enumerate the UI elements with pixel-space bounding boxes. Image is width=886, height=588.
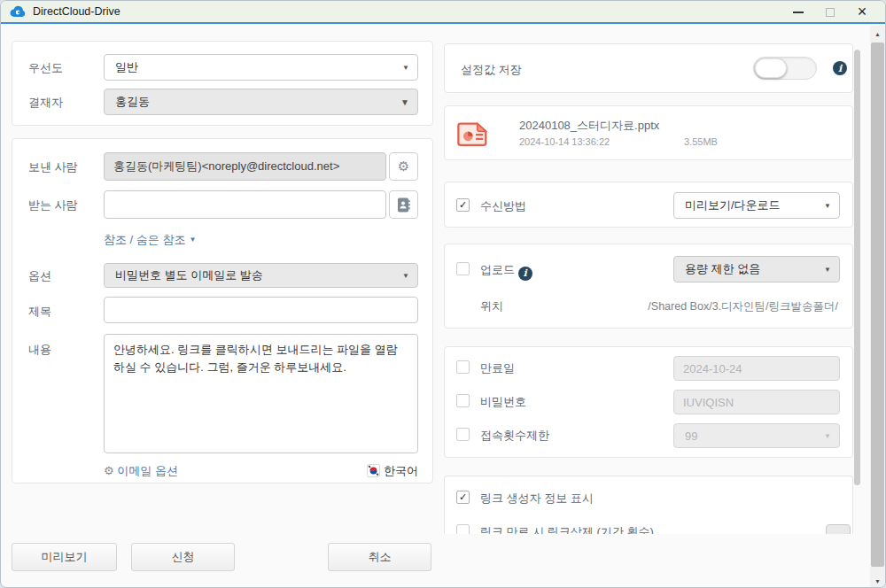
priority-label: 우선도: [28, 60, 63, 76]
approver-label: 결재자: [28, 95, 63, 111]
scroll-down-button[interactable]: ▼: [870, 573, 885, 588]
reception-select[interactable]: 미리보기/다운로드 ▼: [673, 192, 840, 219]
creator-info-checkbox[interactable]: ✓: [456, 491, 470, 504]
approval-card: 우선도 일반 ▼ 결재자 홍길동 ▼: [12, 41, 433, 126]
check-icon: ✓: [459, 200, 467, 210]
save-settings-card: 설정값 저장 i: [444, 43, 853, 93]
scrollbar-thumb[interactable]: [871, 43, 884, 567]
reception-label: 수신방법: [480, 198, 526, 214]
email-options-label: 이메일 옵션: [117, 464, 178, 477]
chevron-down-icon: ▼: [824, 202, 831, 210]
minimize-icon: [793, 12, 804, 13]
info-icon[interactable]: i: [833, 61, 847, 75]
body-label: 내용: [28, 342, 51, 358]
chevron-down-icon: ▼: [402, 64, 409, 72]
upload-limit-value: 용량 제한 없음: [685, 261, 760, 277]
upload-card: 업로드 i 용량 제한 없음 ▼ 위치 /Shared Box/3.디자인팀/링…: [444, 244, 853, 329]
priority-select[interactable]: 일반 ▼: [104, 54, 418, 81]
toggle-knob: [755, 58, 787, 78]
link-delete-checkbox[interactable]: [456, 524, 470, 534]
recipient-input[interactable]: [104, 190, 386, 219]
scroll-up-button[interactable]: ▲: [870, 26, 885, 42]
korean-flag-icon: [367, 464, 380, 477]
address-book-button[interactable]: [389, 190, 418, 219]
apply-button[interactable]: 신청: [131, 543, 235, 571]
chevron-down-icon: ▼: [189, 236, 196, 244]
close-button[interactable]: ×: [846, 2, 878, 23]
access-limit-value: 99: [685, 429, 697, 443]
check-icon: ✓: [459, 492, 467, 502]
file-name: 20240108_스터디자료.pptx: [519, 118, 659, 134]
gear-icon: ⚙: [104, 464, 114, 477]
reception-checkbox[interactable]: ✓: [456, 198, 470, 212]
subject-label: 제목: [28, 304, 51, 320]
link-options-card: ✓ 링크 생성자 정보 표시 링크 만료 시 링크삭제 (기간,횟수) ▼: [444, 476, 853, 534]
app-window: DirectCloud-Drive × 우선도 일반 ▼ 결재자 홍길동 ▼ 보…: [0, 0, 886, 588]
chevron-down-icon: ▼: [402, 272, 409, 280]
language-selector[interactable]: 한국어: [367, 463, 418, 479]
chevron-down-icon: ▼: [824, 266, 831, 274]
cc-bcc-label: 참조 / 숨은 참조: [104, 233, 185, 246]
app-logo-icon: [10, 5, 26, 18]
sender-settings-button[interactable]: ⚙: [389, 152, 418, 181]
upload-limit-select[interactable]: 용량 제한 없음 ▼: [673, 256, 840, 282]
link-delete-select[interactable]: ▼: [826, 524, 851, 534]
access-limit-select: 99 ▼: [673, 423, 840, 448]
subject-input[interactable]: [104, 297, 418, 323]
access-limit-label: 접속횟수제한: [480, 428, 549, 444]
recipient-label: 받는 사람: [28, 197, 78, 213]
restrictions-card: 만료일 비밀번호 접속횟수제한 99 ▼: [444, 346, 853, 458]
pptx-file-icon: [456, 117, 490, 151]
location-path: /Shared Box/3.디자인팀/링크발송폴더/: [648, 299, 838, 314]
language-label: 한국어: [384, 464, 418, 477]
info-icon[interactable]: i: [518, 267, 532, 281]
mail-card: 보낸 사람 ⚙ 받는 사람 참조 / 숨은 참조▼ 옵션 비밀번호 별도 이메일…: [12, 138, 433, 484]
window-title: DirectCloud-Drive: [33, 5, 120, 18]
creator-info-label: 링크 생성자 정보 표시: [480, 491, 594, 507]
reception-value: 미리보기/다운로드: [685, 197, 781, 213]
scroll-down-icon: ▼: [874, 578, 881, 584]
close-icon: ×: [858, 4, 867, 19]
expiry-checkbox[interactable]: [456, 360, 470, 374]
password-label: 비밀번호: [480, 394, 526, 410]
maximize-icon: [826, 8, 835, 17]
gear-icon: ⚙: [398, 160, 409, 174]
address-book-icon: [397, 197, 410, 213]
option-select[interactable]: 비밀번호 별도 이메일로 발송 ▼: [104, 263, 418, 288]
file-card: 20240108_스터디자료.pptx 2024-10-14 13:36:22 …: [444, 105, 853, 160]
chevron-down-icon: ▼: [400, 97, 409, 107]
access-limit-checkbox[interactable]: [456, 428, 470, 441]
password-input: [673, 390, 840, 414]
chevron-down-icon: ▼: [824, 432, 831, 440]
location-label: 위치: [480, 298, 503, 314]
chevron-down-icon: ▼: [835, 532, 842, 535]
save-settings-label: 설정값 저장: [461, 62, 522, 78]
save-settings-toggle[interactable]: [753, 57, 817, 80]
upload-label: 업로드 i: [480, 262, 532, 281]
expiry-input: [673, 356, 840, 381]
maximize-button[interactable]: [814, 2, 846, 23]
expiry-label: 만료일: [480, 360, 515, 376]
sender-input: [104, 152, 386, 181]
reception-card: ✓ 수신방법 미리보기/다운로드 ▼: [444, 182, 853, 228]
email-options-link[interactable]: ⚙ 이메일 옵션: [104, 463, 178, 479]
approver-value: 홍길동: [115, 94, 150, 110]
cc-bcc-link[interactable]: 참조 / 숨은 참조▼: [104, 232, 196, 248]
priority-value: 일반: [115, 59, 138, 75]
link-delete-label: 링크 만료 시 링크삭제 (기간,횟수): [480, 524, 654, 534]
file-modified: 2024-10-14 13:36:22: [519, 136, 610, 147]
panel-scrollbar-thumb[interactable]: [854, 50, 860, 485]
body-textarea[interactable]: [104, 334, 418, 453]
cancel-button[interactable]: 취소: [328, 543, 431, 571]
preview-button[interactable]: 미리보기: [12, 543, 117, 571]
upload-checkbox[interactable]: [456, 262, 470, 275]
file-size: 3.55MB: [684, 136, 718, 147]
approver-select[interactable]: 홍길동 ▼: [104, 89, 418, 115]
option-label: 옵션: [28, 268, 51, 284]
option-value: 비밀번호 별도 이메일로 발송: [115, 267, 263, 283]
password-checkbox[interactable]: [456, 394, 470, 407]
title-bar: DirectCloud-Drive ×: [1, 1, 885, 24]
scroll-up-icon: ▲: [874, 31, 881, 37]
window-scrollbar[interactable]: ▲ ▼: [870, 26, 885, 588]
minimize-button[interactable]: [782, 2, 814, 23]
